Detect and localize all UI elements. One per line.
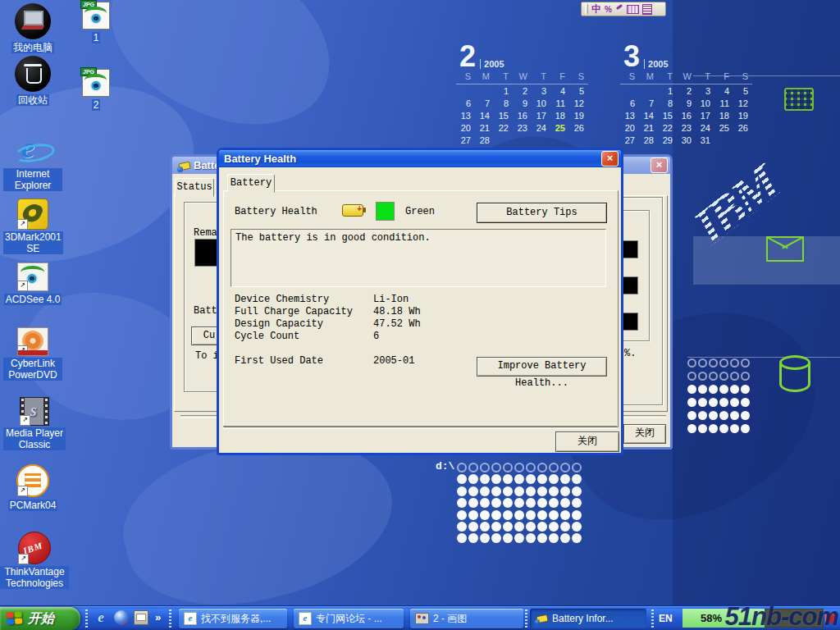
wallpaper-dot — [719, 358, 728, 368]
battery-tips-button[interactable]: Battery Tips — [477, 203, 607, 223]
taskbar-grip[interactable] — [169, 609, 171, 628]
wallpaper-dot — [719, 411, 728, 420]
health-status-swatch — [376, 202, 395, 221]
ime-chinese-mode-icon[interactable]: 中 — [591, 3, 601, 15]
taskbar-grip[interactable] — [651, 609, 654, 628]
wallpaper-dot — [526, 474, 536, 484]
taskbar-task-1[interactable]: e找不到服务器,... — [179, 609, 287, 628]
wallpaper-dot — [560, 498, 570, 508]
eyebrow-graphic — [21, 266, 44, 279]
calendar-3-2005: 32005SMTWTFS1234567891011121314151617181… — [620, 43, 758, 147]
desktop-icon-label: 回收站 — [16, 94, 49, 106]
detail-value: 47.52 Wh — [373, 318, 421, 331]
calendar-date: 19 — [733, 110, 752, 122]
ime-menu-icon[interactable] — [642, 4, 652, 15]
tab-battery[interactable]: Battery — [227, 174, 275, 193]
desktop-icon-thinkvantage-technologies[interactable]: IBM↗ThinkVantage Technologies — [0, 532, 69, 590]
battery-health-titlebar[interactable]: Battery Health × — [219, 150, 621, 167]
calendar-day-header: F — [714, 71, 733, 83]
wallpaper-dot — [698, 398, 707, 407]
desktop-icon-my-computer[interactable]: 我的电脑 — [3, 3, 62, 54]
desktop-icon-cyberlink-powerdvd[interactable]: ↗CyberLink PowerDVD — [3, 327, 62, 381]
wallpaper-dot — [549, 463, 559, 472]
wallpaper-dot — [730, 424, 739, 433]
detail-row: Device ChemistryLi-Ion — [235, 294, 600, 306]
ime-grip[interactable] — [585, 4, 588, 14]
wallpaper-dot — [687, 424, 696, 433]
desktop-icon-label: CyberLink PowerDVD — [3, 358, 62, 381]
desktop-icon-label: 3DMark2001 SE — [3, 231, 63, 254]
desktop-icon-pcmark04[interactable]: ↗PCMark04 — [3, 464, 62, 512]
condition-box: The battery is in good condition. — [231, 229, 606, 287]
desktop-icon-jpg-2[interactable]: JPG2 — [77, 69, 115, 112]
media-player-classic-icon: s↗ — [20, 397, 49, 426]
calendar-date: 16 — [677, 110, 696, 122]
desktop-icon-3dmark2001-se[interactable]: ↗3DMark2001 SE — [3, 199, 62, 255]
quicklaunch-ie-icon[interactable]: e — [94, 610, 108, 625]
wallpaper-dot — [560, 533, 570, 543]
desktop-icon-acdsee-40[interactable]: ↗ACDSee 4.0 — [3, 262, 62, 306]
calendar-date: 13 — [456, 110, 475, 122]
close-icon[interactable]: × — [651, 158, 668, 173]
detail-label: First Used Date — [235, 355, 373, 368]
desktop-icon-label: ThinkVantage Technologies — [0, 566, 69, 589]
close-icon[interactable]: × — [601, 151, 619, 167]
calendar-date: 24 — [532, 122, 550, 135]
quicklaunch-icon-2[interactable] — [114, 610, 129, 625]
taskbar-grip[interactable] — [525, 609, 527, 628]
wallpaper-dot — [560, 510, 570, 520]
detail-value: 6 — [373, 331, 379, 343]
calendar-date: 21 — [639, 122, 658, 135]
wallpaper-dot — [480, 498, 490, 508]
language-indicator[interactable]: EN — [659, 613, 673, 624]
taskbar-task-4[interactable]: Battery Infor... — [530, 609, 646, 628]
jpg-1-icon: JPG — [82, 2, 110, 30]
close-button-dialog[interactable]: 关闭 — [555, 431, 619, 452]
quicklaunch-overflow-chevron[interactable]: » — [155, 611, 161, 623]
separator — [223, 426, 617, 429]
calendar-day-header: S — [620, 71, 639, 83]
desktop-icon-media-player-classic[interactable]: s↗Media Player Classic — [3, 397, 66, 451]
calendar-date: 4 — [714, 85, 733, 98]
ime-width-toggle-icon[interactable]: % — [605, 5, 612, 14]
taskbar-grip[interactable] — [85, 609, 88, 628]
close-button-background[interactable]: 关闭 — [623, 424, 666, 444]
desktop-icon-recycle-bin[interactable]: 回收站 — [3, 56, 62, 107]
taskbar-task-2[interactable]: e专门网论坛 - ... — [294, 609, 404, 628]
ie-task-icon: e — [184, 612, 197, 625]
shortcut-arrow-icon: ↗ — [20, 415, 30, 426]
desktop-icon-internet-explorer[interactable]: eInternet Explorer — [3, 134, 62, 192]
wallpaper-dot — [491, 474, 501, 484]
wallpaper-dot — [549, 510, 559, 520]
acdsee-40-icon: ↗ — [17, 262, 48, 291]
task-label: 2 - 画图 — [433, 612, 467, 626]
wallpaper-dot — [549, 474, 559, 484]
calendar-week-row: 20212223242526 — [620, 122, 758, 135]
calendar-week-row: 13141516171819 — [620, 110, 758, 122]
taskbar-task-3[interactable]: 2 - 画图 — [410, 609, 523, 628]
calendar-date: 7 — [639, 98, 658, 110]
detail-label: Full Charge Capacity — [235, 306, 373, 318]
wallpaper-dot — [491, 522, 501, 532]
calendar-date: 27 — [456, 135, 475, 147]
ime-punctuation-icon[interactable] — [615, 5, 623, 13]
detail-row: Full Charge Capacity48.18 Wh — [235, 306, 600, 318]
ime-keyboard-icon[interactable] — [627, 5, 639, 14]
wallpaper-dot — [491, 486, 501, 496]
tab-status[interactable]: Status — [175, 178, 214, 197]
wallpaper-dot — [572, 463, 582, 472]
task-label: 找不到服务器,... — [201, 612, 271, 626]
ime-language-bar[interactable]: 中 % — [581, 2, 666, 16]
calendar-date: 24 — [696, 122, 714, 135]
desktop-icon-jpg-1[interactable]: JPG1 — [77, 2, 115, 44]
wallpaper-dot — [719, 385, 728, 394]
improve-battery-health-button[interactable]: Improve Battery Health... — [477, 357, 607, 377]
quicklaunch-icon-3[interactable] — [134, 610, 148, 625]
wallpaper-dot — [709, 385, 718, 394]
wallpaper-dot — [526, 533, 536, 543]
wallpaper-line — [687, 357, 840, 358]
start-button[interactable]: 开始 — [0, 607, 80, 630]
calendar-day-headers: SMTWTFS — [620, 71, 758, 83]
calendar-date: 10 — [532, 98, 550, 110]
task-label: Battery Infor... — [552, 613, 614, 624]
